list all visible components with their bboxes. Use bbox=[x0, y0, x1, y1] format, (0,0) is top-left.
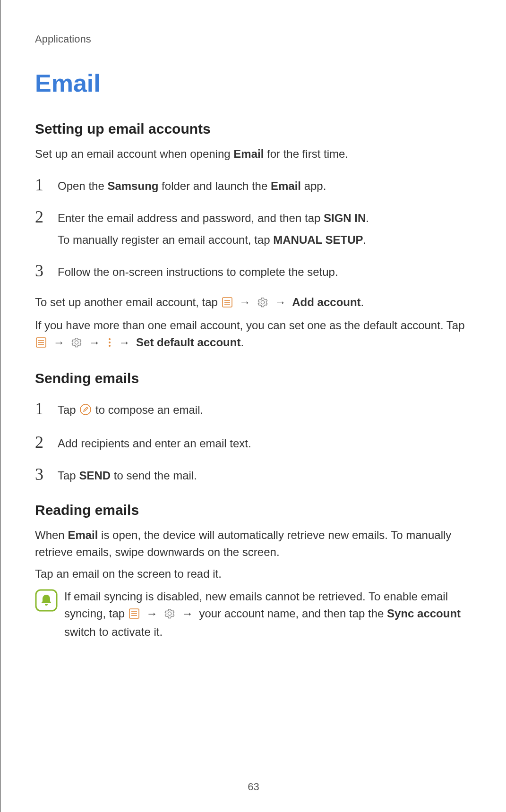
text: is open, the device will automatically r… bbox=[35, 529, 451, 558]
step-number: 1 bbox=[35, 400, 58, 419]
page-number: 63 bbox=[1, 781, 506, 793]
arrow-icon: → bbox=[53, 336, 65, 349]
text-bold: MANUAL SETUP bbox=[273, 233, 363, 246]
text: To manually register an email account, t… bbox=[58, 233, 273, 246]
arrow-icon: → bbox=[119, 336, 130, 349]
subheading-reading: Reading emails bbox=[35, 502, 478, 518]
subheading-sending: Sending emails bbox=[35, 370, 478, 386]
step-subtext: To manually register an email account, t… bbox=[58, 231, 478, 248]
text-bold: Email bbox=[271, 179, 301, 192]
page-title: Email bbox=[35, 69, 478, 97]
text: Tap bbox=[58, 469, 79, 482]
reading-text-1: When Email is open, the device will auto… bbox=[35, 527, 478, 561]
note-text: If email syncing is disabled, new emails… bbox=[64, 588, 478, 641]
compose-icon bbox=[80, 403, 91, 420]
step-number: 3 bbox=[35, 465, 58, 484]
list-item: 1 Tap to compose an email. bbox=[35, 400, 478, 420]
text: When bbox=[35, 529, 68, 541]
menu-icon bbox=[129, 607, 139, 624]
arrow-icon: → bbox=[146, 607, 157, 620]
text: Tap bbox=[58, 403, 79, 416]
list-item: 2 Enter the email address and password, … bbox=[35, 208, 478, 248]
svg-point-11 bbox=[80, 404, 91, 415]
more-icon bbox=[107, 335, 112, 352]
list-item: 3 Follow the on-screen instructions to c… bbox=[35, 262, 478, 281]
reading-text-2: Tap an email on the screen to read it. bbox=[35, 565, 478, 582]
setup-steps: 1 Open the Samsung folder and launch the… bbox=[35, 176, 478, 281]
gear-icon bbox=[257, 295, 268, 312]
menu-icon bbox=[222, 295, 232, 312]
text-bold: Set default account bbox=[136, 336, 240, 349]
bell-icon bbox=[35, 589, 58, 612]
text: Set up an email account when opening bbox=[35, 147, 233, 160]
arrow-icon: → bbox=[239, 296, 250, 308]
text: switch to activate it. bbox=[64, 625, 163, 638]
svg-point-9 bbox=[109, 342, 111, 343]
gear-icon bbox=[71, 335, 82, 352]
sending-steps: 1 Tap to compose an email. 2 Add recipie… bbox=[35, 400, 478, 484]
svg-point-8 bbox=[109, 338, 111, 340]
step-content: Enter the email address and password, an… bbox=[58, 208, 478, 248]
text-bold: Email bbox=[233, 147, 264, 160]
text: for the first time. bbox=[264, 147, 348, 160]
step-content: Tap to compose an email. bbox=[58, 400, 478, 420]
step-number: 2 bbox=[35, 208, 58, 227]
arrow-icon: → bbox=[89, 336, 100, 349]
header-label: Applications bbox=[35, 33, 478, 45]
text: folder and launch the bbox=[158, 179, 271, 192]
text: Enter the email address and password, an… bbox=[58, 212, 324, 224]
list-item: 3 Tap SEND to send the mail. bbox=[35, 465, 478, 484]
gear-icon bbox=[164, 607, 175, 624]
step-content: Add recipients and enter an email text. bbox=[58, 433, 478, 452]
arrow-icon: → bbox=[275, 296, 286, 308]
arrow-icon: → bbox=[182, 607, 193, 620]
intro-text: Set up an email account when opening Ema… bbox=[35, 145, 478, 162]
text: . bbox=[361, 296, 364, 308]
text: Open the bbox=[58, 179, 107, 192]
text: If you have more than one email account,… bbox=[35, 319, 464, 332]
note-block: If email syncing is disabled, new emails… bbox=[35, 588, 478, 641]
text-bold: SIGN IN bbox=[324, 212, 366, 224]
text-bold: Sync account bbox=[387, 607, 461, 620]
list-item: 2 Add recipients and enter an email text… bbox=[35, 433, 478, 452]
text: your account name, and then tap the bbox=[199, 607, 387, 620]
svg-point-10 bbox=[109, 345, 111, 347]
another-account-text: To set up another email account, tap → →… bbox=[35, 294, 478, 312]
text-bold: SEND bbox=[79, 469, 111, 482]
text-bold: Email bbox=[68, 529, 98, 541]
text: to compose an email. bbox=[95, 403, 203, 416]
step-number: 1 bbox=[35, 176, 58, 195]
subheading-setup: Setting up email accounts bbox=[35, 121, 478, 137]
step-content: Tap SEND to send the mail. bbox=[58, 465, 478, 484]
step-number: 3 bbox=[35, 262, 58, 281]
text: app. bbox=[301, 179, 326, 192]
list-item: 1 Open the Samsung folder and launch the… bbox=[35, 176, 478, 195]
menu-icon bbox=[36, 335, 46, 352]
text: . bbox=[240, 336, 244, 349]
text: . bbox=[363, 233, 366, 246]
step-number: 2 bbox=[35, 433, 58, 452]
text: to send the mail. bbox=[111, 469, 197, 482]
text-bold: Add account bbox=[292, 296, 360, 308]
page-container: Applications Email Setting up email acco… bbox=[0, 0, 506, 812]
step-content: Open the Samsung folder and launch the E… bbox=[58, 176, 478, 195]
default-account-text: If you have more than one email account,… bbox=[35, 317, 478, 352]
step-content: Follow the on-screen instructions to com… bbox=[58, 262, 478, 281]
text: . bbox=[366, 212, 369, 224]
text: To set up another email account, tap bbox=[35, 296, 221, 308]
text-bold: Samsung bbox=[107, 179, 158, 192]
